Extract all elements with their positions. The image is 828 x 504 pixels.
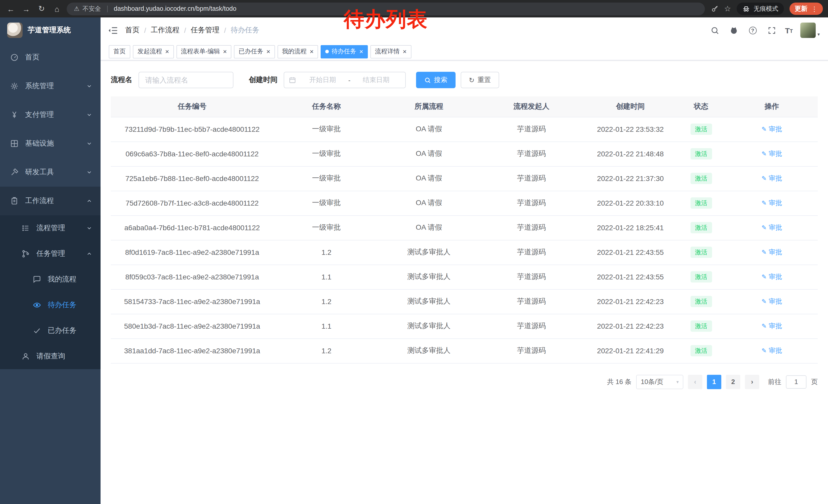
security-warning-icon: ⚠ [74,5,80,12]
cell-status: 激活 [676,117,726,141]
tab-start-process[interactable]: 发起流程 × [133,45,174,58]
user-menu[interactable]: ▾ [800,22,820,38]
close-icon[interactable]: × [165,48,169,55]
sidebar-collapse-icon[interactable] [100,17,125,43]
sidebar-item-label: 系统管理 [25,82,54,91]
page-size-select[interactable]: 10条/页 ▾ [636,374,683,389]
help-icon[interactable]: ? [747,25,758,36]
approve-link[interactable]: ✎审批 [761,272,782,281]
app-logo-row[interactable]: 芋道管理系统 [0,17,100,43]
approve-link[interactable]: ✎审批 [761,346,782,355]
sidebar-item-process-mgmt[interactable]: 流程管理 [0,215,100,241]
search-icon[interactable] [709,25,720,36]
table-row: a6aba0a4-7b6d-11ec-b781-acde48001122 一级审… [111,215,818,240]
password-key-icon[interactable] [711,5,718,12]
tab-home[interactable]: 首页 [109,45,130,58]
breadcrumb-task-mgmt[interactable]: 任务管理 [191,26,219,35]
col-process: 所属流程 [379,96,479,117]
table-header-row: 任务编号 任务名称 所属流程 流程发起人 创建时间 状态 操作 [111,96,818,117]
sidebar-item-home[interactable]: 首页 [0,43,100,72]
sidebar-item-payment[interactable]: 支付管理 [0,100,100,129]
pagination-total: 共 16 条 [607,377,631,386]
sidebar-item-label: 支付管理 [25,110,54,120]
cell-process: 测试多审批人 [379,265,479,289]
edit-pen-icon: ✎ [761,322,767,330]
goto-page-input[interactable] [786,375,806,388]
prev-page-button[interactable]: ‹ [688,374,702,389]
cell-actions: ✎审批 [726,117,818,141]
status-badge: 激活 [690,124,712,135]
approve-link[interactable]: ✎审批 [761,223,782,232]
sidebar-item-my-process[interactable]: 我的流程 [0,267,100,292]
tab-process-detail[interactable]: 流程详情 × [370,45,411,58]
cell-task-name: 一级审批 [274,166,379,191]
tab-form-edit[interactable]: 流程表单-编辑 × [176,45,232,58]
edit-pen-icon: ✎ [761,224,767,231]
sidebar-item-done-tasks[interactable]: 已办任务 [0,318,100,343]
list-icon [22,224,30,232]
update-button[interactable]: 更新 ⋮ [790,3,823,15]
cell-created-at: 2022-01-21 22:41:29 [584,338,676,363]
approve-link[interactable]: ✎审批 [761,297,782,306]
sidebar-item-infra[interactable]: 基础设施 [0,129,100,158]
browser-reload-icon[interactable]: ↻ [35,2,48,15]
status-badge: 激活 [690,197,712,209]
main-area: 首页 / 工作流程 / 任务管理 / 待办任务 ? [100,17,828,504]
eye-icon [33,301,41,309]
fullscreen-icon[interactable] [766,25,777,36]
approve-link[interactable]: ✎审批 [761,198,782,208]
cell-actions: ✎审批 [726,141,818,166]
sidebar-item-label: 请假查询 [36,352,65,361]
browser-forward-icon[interactable]: → [19,2,33,15]
date-range-picker[interactable]: 开始日期 - 结束日期 [284,72,406,88]
close-icon[interactable]: × [266,48,270,55]
search-button[interactable]: 搜索 [416,72,456,88]
breadcrumb-separator: / [144,26,146,34]
cell-task-id: a6aba0a4-7b6d-11ec-b781-acde48001122 [111,215,274,240]
close-icon[interactable]: × [359,48,363,55]
breadcrumb-home[interactable]: 首页 [125,26,139,35]
approve-link[interactable]: ✎审批 [761,149,782,158]
page-content: 流程名 创建时间 开始日期 - 结束日期 搜索 [100,60,828,504]
font-size-icon[interactable]: TT [785,27,793,34]
browser-menu-icon[interactable]: ⋮ [811,5,818,12]
breadcrumb-workflow[interactable]: 工作流程 [151,26,179,35]
status-badge: 激活 [690,345,712,356]
sidebar-item-todo-tasks[interactable]: 待办任务 [0,292,100,318]
sidebar-item-task-mgmt[interactable]: 任务管理 [0,241,100,267]
close-icon[interactable]: × [223,48,227,55]
sidebar-item-system[interactable]: 系统管理 [0,72,100,100]
approve-link[interactable]: ✎审批 [761,125,782,134]
approve-link[interactable]: ✎审批 [761,248,782,257]
page-button-1[interactable]: 1 [707,374,721,389]
browser-back-icon[interactable]: ← [4,2,17,15]
sidebar-item-devtools[interactable]: 研发工具 [0,158,100,187]
chevron-down-icon [86,112,92,118]
refresh-icon: ↻ [469,77,474,83]
bookmark-star-icon[interactable]: ☆ [724,4,731,13]
process-name-input[interactable] [138,72,234,88]
tab-todo-tasks[interactable]: 待办任务 × [321,45,368,58]
close-icon[interactable]: × [310,48,314,55]
table-row: 73211d9d-7b9b-11ec-b5b7-acde48001122 一级审… [111,117,818,141]
next-page-button[interactable]: › [745,374,759,389]
sidebar-item-workflow[interactable]: 工作流程 [0,187,100,215]
browser-home-icon[interactable]: ⌂ [50,2,64,15]
tab-my-process[interactable]: 我的流程 × [278,45,318,58]
calendar-icon [289,77,296,84]
approve-link[interactable]: ✎审批 [761,321,782,331]
reset-button[interactable]: ↻ 重置 [461,72,499,88]
cell-task-id: 069c6a63-7b8a-11ec-8ef0-acde48001122 [111,141,274,166]
cell-process: OA 请假 [379,141,479,166]
start-date-placeholder: 开始日期 [298,75,347,85]
close-icon[interactable]: × [403,48,407,55]
col-initiator: 流程发起人 [479,96,584,117]
page-button-2[interactable]: 2 [726,374,740,389]
github-icon[interactable] [728,25,739,36]
tab-done-tasks[interactable]: 已办任务 × [234,45,275,58]
cell-actions: ✎审批 [726,314,818,338]
sidebar-item-leave-query[interactable]: 请假查询 [0,343,100,369]
chevron-down-icon [86,140,92,147]
tab-label: 流程详情 [375,47,400,56]
approve-link[interactable]: ✎审批 [761,174,782,183]
